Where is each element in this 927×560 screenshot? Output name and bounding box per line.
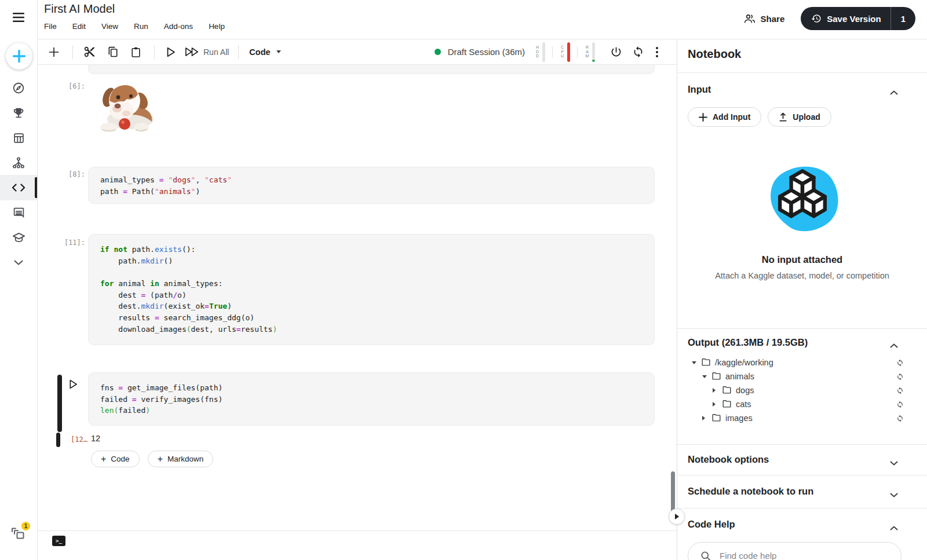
- add-code-cell-button[interactable]: + Code: [91, 451, 140, 467]
- upload-icon: [779, 112, 787, 122]
- code-cell-partial[interactable]: [88, 65, 655, 74]
- clipboard-icon: [130, 46, 141, 58]
- code-content[interactable]: if not path.exists(): path.mkdir() for a…: [89, 235, 654, 342]
- add-input-button[interactable]: Add Input: [688, 107, 761, 127]
- code-help-search-input[interactable]: [720, 551, 895, 560]
- cell-type-dropdown[interactable]: Code: [249, 47, 280, 57]
- notebook-editor-area: [6]: [8]:: [38, 65, 677, 530]
- sidebar-more-button[interactable]: [0, 250, 37, 275]
- window-stack-button[interactable]: 1: [0, 520, 37, 546]
- paste-button[interactable]: [130, 46, 141, 58]
- code-cell-11[interactable]: if not path.exists(): path.mkdir() for a…: [88, 234, 655, 345]
- plus-icon: [12, 49, 26, 63]
- caret-down-icon[interactable]: [692, 361, 701, 364]
- save-version-main[interactable]: Save Version: [801, 7, 890, 30]
- share-button[interactable]: Share: [744, 14, 785, 24]
- power-button[interactable]: [610, 46, 622, 58]
- toolbar-more-button[interactable]: [656, 47, 658, 57]
- sync-icon[interactable]: [896, 372, 904, 383]
- section-label: Code Help: [688, 519, 735, 530]
- compass-icon: [12, 82, 25, 94]
- input-section-header[interactable]: Input: [677, 82, 927, 99]
- table-icon: [13, 132, 25, 144]
- console-button[interactable]: >_: [52, 536, 65, 546]
- session-status-dot: [435, 49, 441, 55]
- code-help-search[interactable]: [688, 542, 902, 560]
- section-schedule-a-notebook-to-run[interactable]: Schedule a notebook to run: [677, 475, 927, 508]
- panel-title: Notebook: [688, 47, 741, 61]
- tree-row-cats[interactable]: cats: [677, 397, 927, 411]
- sidebar-item-code[interactable]: [0, 175, 37, 200]
- add-cell-button[interactable]: [48, 46, 60, 58]
- code-cell-selected[interactable]: fns = get_image_files(path)failed = veri…: [88, 372, 655, 426]
- toolbar-divider: [577, 46, 578, 58]
- folder-icon: [722, 400, 732, 408]
- run-all-label: Run All: [203, 47, 229, 57]
- kaggle-notebook-app: 1 First AI Model FileEditViewRunAdd-onsH…: [0, 0, 927, 560]
- sidebar-item-learn[interactable]: [0, 225, 37, 250]
- run-all-button[interactable]: Run All: [185, 47, 229, 57]
- tree-row-dogs[interactable]: dogs: [677, 383, 927, 397]
- code-content[interactable]: animal_types = "dogs", "cats"path = Path…: [89, 167, 654, 204]
- save-version-button[interactable]: Save Version 1: [801, 7, 915, 30]
- hdd-meter-bar: [542, 42, 545, 62]
- menu-addons[interactable]: Add-ons: [164, 22, 193, 31]
- tree-row-kaggleworking[interactable]: /kaggle/working: [677, 356, 927, 369]
- sidebar-item-competitions[interactable]: [0, 100, 37, 126]
- run-cell-button[interactable]: [166, 47, 176, 57]
- code-content[interactable]: fns = get_image_files(path)failed = veri…: [89, 373, 654, 423]
- chevron-down-icon: [14, 260, 23, 265]
- menu-run[interactable]: Run: [134, 22, 148, 31]
- execution-count-label: [8]:: [59, 170, 85, 178]
- hamburger-menu-button[interactable]: [0, 5, 37, 30]
- caret-right-icon[interactable]: [713, 388, 722, 393]
- sidebar-item-home[interactable]: [0, 75, 37, 101]
- empty-state-title: No input attached: [677, 254, 927, 265]
- cell-run-button[interactable]: [69, 379, 78, 391]
- sync-icon[interactable]: [896, 400, 904, 411]
- upload-label: Upload: [793, 112, 820, 122]
- tree-item-label: animals: [725, 372, 754, 381]
- tree-item-label: cats: [736, 400, 751, 409]
- session-status[interactable]: Draft Session (36m): [435, 47, 525, 57]
- caret-down-icon[interactable]: [702, 375, 711, 378]
- sidebar-item-models[interactable]: [0, 150, 37, 175]
- menu-edit[interactable]: Edit: [72, 22, 86, 31]
- dog-photo-output: [92, 76, 158, 134]
- panel-collapse-button[interactable]: [669, 508, 685, 525]
- upload-button[interactable]: Upload: [768, 107, 831, 127]
- menu-view[interactable]: View: [101, 22, 118, 31]
- add-icon: [48, 46, 60, 58]
- output-section-header[interactable]: Output (261.3MB / 19.5GB): [677, 335, 927, 352]
- sidebar-item-datasets[interactable]: [0, 125, 37, 151]
- section-notebook-options[interactable]: Notebook options: [677, 444, 927, 475]
- create-button[interactable]: [6, 43, 32, 69]
- menu-help[interactable]: Help: [209, 22, 225, 31]
- cut-button[interactable]: [83, 46, 96, 58]
- menu-file[interactable]: File: [44, 22, 57, 31]
- section-code-help[interactable]: Code Help: [677, 508, 927, 541]
- restart-session-button[interactable]: [632, 46, 644, 58]
- hdd-meter: H D D: [535, 42, 545, 62]
- tree-row-animals[interactable]: animals: [677, 369, 927, 383]
- folder-icon: [711, 414, 721, 422]
- folder-icon: [722, 386, 732, 394]
- copy-button[interactable]: [107, 46, 119, 58]
- model-network-icon: [12, 156, 25, 169]
- sidebar-item-discussions[interactable]: [0, 200, 37, 225]
- sync-icon[interactable]: [896, 414, 904, 424]
- folder-icon: [701, 358, 711, 367]
- add-markdown-cell-button[interactable]: + Markdown: [148, 451, 214, 467]
- ram-meter: R A M: [585, 42, 595, 62]
- caret-right-icon[interactable]: [702, 416, 711, 420]
- panel-divider: [677, 328, 927, 329]
- session-status-label: Draft Session (36m): [448, 47, 525, 57]
- version-count-badge[interactable]: 1: [891, 7, 915, 30]
- code-cell-8[interactable]: animal_types = "dogs", "cats"path = Path…: [88, 167, 655, 204]
- fast-forward-icon: [185, 47, 199, 57]
- sync-icon[interactable]: [896, 358, 904, 369]
- tree-row-images[interactable]: images: [677, 411, 927, 425]
- sync-icon[interactable]: [896, 386, 904, 397]
- plus-icon: [699, 113, 707, 122]
- caret-right-icon[interactable]: [713, 402, 722, 407]
